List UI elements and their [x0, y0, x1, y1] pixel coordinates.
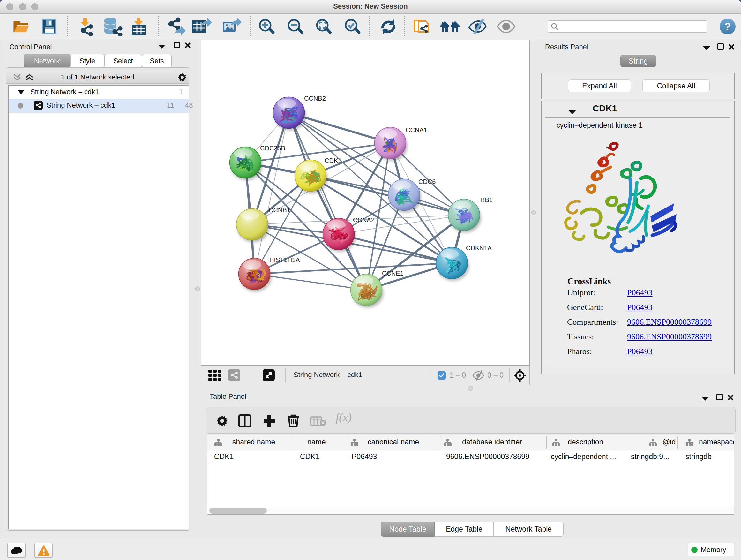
svg-text:RB1: RB1 — [480, 196, 493, 203]
svg-text:CDC6: CDC6 — [418, 178, 435, 185]
svg-text:CCNE1: CCNE1 — [382, 270, 404, 277]
svg-text:CCNA1: CCNA1 — [406, 126, 427, 133]
svg-text:CDC25B: CDC25B — [260, 145, 285, 152]
svg-text:CCNB1: CCNB1 — [269, 206, 290, 213]
svg-text:CCNA2: CCNA2 — [353, 216, 375, 224]
svg-text:CCNB2: CCNB2 — [304, 95, 326, 102]
svg-text:HIST1H1A: HIST1H1A — [269, 256, 300, 263]
svg-text:CDK1: CDK1 — [325, 157, 341, 164]
svg-text:CDKN1A: CDKN1A — [466, 245, 492, 252]
